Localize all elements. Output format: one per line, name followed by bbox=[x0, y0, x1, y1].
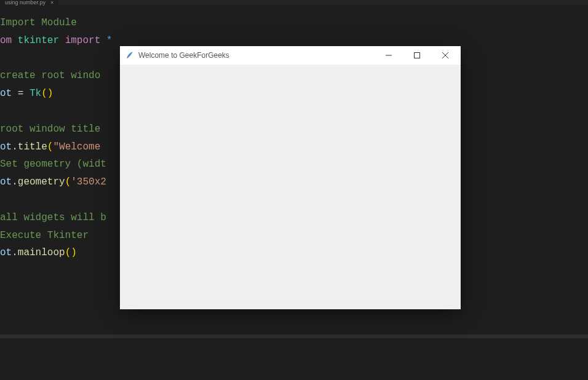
tab-filename: using number.py bbox=[5, 0, 46, 6]
code-method: mainloop bbox=[18, 247, 65, 258]
code-paren: ( bbox=[65, 176, 71, 188]
svg-rect-1 bbox=[415, 53, 420, 58]
code-comment: root window title bbox=[0, 124, 106, 135]
code-comment: Import Module bbox=[0, 17, 77, 28]
code-method: geometry bbox=[18, 176, 65, 188]
code-dot: . bbox=[12, 176, 18, 188]
maximize-button[interactable] bbox=[403, 46, 431, 65]
window-controls bbox=[375, 46, 459, 65]
window-titlebar[interactable]: Welcome to GeekForGeeks bbox=[120, 46, 461, 65]
code-variable: ot bbox=[0, 176, 12, 188]
code-comment: all widgets will b bbox=[0, 212, 106, 223]
window-title: Welcome to GeekForGeeks bbox=[138, 51, 375, 60]
code-string: '350x2 bbox=[71, 176, 106, 188]
code-string: "Welcome bbox=[53, 141, 106, 152]
code-variable: ot bbox=[0, 88, 18, 99]
code-method: title bbox=[18, 141, 47, 152]
bottom-panel bbox=[0, 338, 588, 380]
code-paren: () bbox=[65, 247, 77, 258]
code-variable: ot bbox=[0, 247, 12, 258]
code-comment: Set geometry (widt bbox=[0, 159, 106, 170]
code-paren: () bbox=[41, 88, 53, 99]
tkinter-window[interactable]: Welcome to GeekForGeeks bbox=[120, 46, 461, 309]
minimize-button[interactable] bbox=[375, 46, 403, 65]
code-keyword: import bbox=[59, 35, 106, 46]
close-icon[interactable]: × bbox=[50, 0, 54, 6]
tab-bar: using number.py × bbox=[0, 0, 588, 5]
code-comment: Execute Tkinter bbox=[0, 230, 89, 241]
code-dot: . bbox=[12, 247, 18, 258]
window-body bbox=[120, 65, 461, 309]
code-dot: . bbox=[12, 141, 18, 152]
code-keyword: om bbox=[0, 35, 18, 46]
editor-tab[interactable]: using number.py × bbox=[0, 0, 58, 5]
code-variable: ot bbox=[0, 141, 12, 152]
code-operator: = bbox=[18, 88, 30, 99]
feather-icon bbox=[125, 50, 135, 60]
code-star: * bbox=[106, 35, 113, 46]
code-class: Tk bbox=[30, 88, 41, 99]
code-module: tkinter bbox=[18, 35, 59, 46]
code-comment: create root windo bbox=[0, 70, 100, 81]
code-paren: ( bbox=[47, 141, 54, 152]
close-button[interactable] bbox=[431, 46, 459, 65]
